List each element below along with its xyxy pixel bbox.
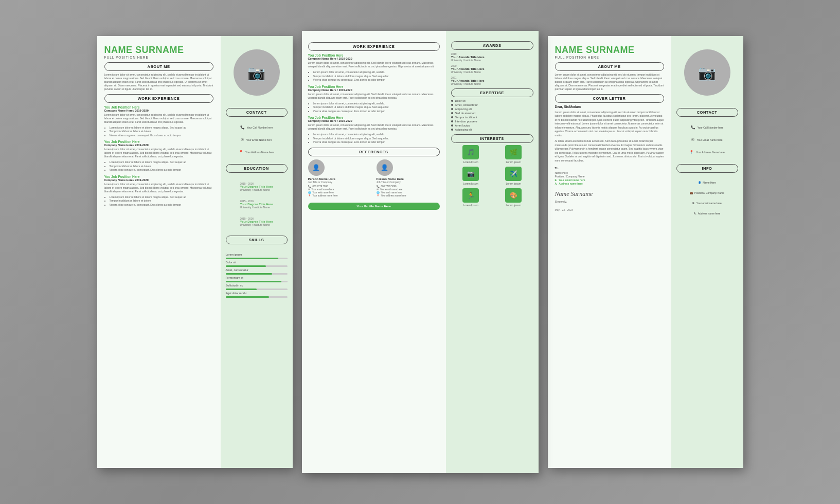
- interest-icon-5: 🏃: [462, 188, 479, 203]
- r2-job1-title: You Job Position Here: [308, 53, 440, 57]
- to-name: Name Here: [555, 171, 664, 174]
- resume3-contact-header: CONTACT: [676, 108, 738, 117]
- resume1-email: ✉ Your Email Name here: [241, 138, 272, 142]
- resume3-position: FULL POSITION HERE: [555, 56, 664, 59]
- bullet-item: Tempor incididunt ut labore et dolore ma…: [313, 105, 440, 110]
- bullet-item: Lorem ipsum dolor ut labore et dolore ma…: [110, 160, 213, 165]
- resume1-job2-bullets: Lorem ipsum dolor ut labore et dolore ma…: [104, 160, 213, 172]
- bullet-item: Tempor incididunt ut labore et dolore: [110, 199, 213, 203]
- expertise-list: Dolor sit Amet, consectetur Adipiscing e…: [451, 99, 533, 131]
- resume1-position: FULL POSITION HERE: [104, 56, 213, 59]
- resume3-left: NAME SURNAME FULL POSITION HERE ABOUT ME…: [548, 36, 671, 468]
- resume1-job1-title: You Job Position Here: [104, 105, 213, 109]
- resume1-job2-company: Company Name Here / 2019-2020: [104, 143, 213, 147]
- resume3-email: ✉ Your Email Name here: [691, 138, 722, 142]
- interest-icon-3: 📷: [462, 167, 479, 181]
- web-icon: 🌐: [377, 191, 380, 194]
- skill-3: Amet, consectetur: [226, 268, 288, 272]
- resume-card-1: NAME SURNAME FULL POSITION HERE ABOUT ME…: [97, 36, 293, 468]
- email-icon: ✉: [377, 188, 379, 191]
- ref2-job: Job Title or Company: [377, 181, 440, 184]
- location-icon: 📍: [689, 150, 694, 154]
- r2-job2-title: You Job Position Here: [308, 85, 440, 88]
- resume1-about-header: ABOUT ME: [104, 62, 213, 71]
- resume1-job1-bullets: Lorem ipsum dolor ut labore et dolore ma…: [104, 126, 213, 138]
- interest-5: 🏃 Lorem Ipsum: [451, 188, 491, 207]
- bullet-item: Tempor incididunt ut labore et dolore ma…: [313, 75, 440, 79]
- interest-4: ✈️ Lorem Ipsum: [494, 167, 533, 185]
- resume3-name: NAME SURNAME: [555, 45, 664, 56]
- ref1-email: ✉ Your email name here: [308, 188, 371, 191]
- bullet-item: Lorem ipsum dolor ut labore et dolore ma…: [110, 126, 213, 130]
- ref-person-1: 👤 Person Name Here Job Title or Company …: [308, 159, 371, 197]
- resume1-contact-header: CONTACT: [226, 108, 288, 117]
- resume2-expertise-header: EXPERTISE: [451, 88, 533, 97]
- award-3: 2021 Your Awards Title Here University /…: [451, 76, 533, 85]
- web-icon: 🌐: [308, 191, 311, 194]
- info-name: 👤 Name Here: [698, 181, 716, 184]
- interest-icon-1: 🎵: [462, 145, 479, 159]
- r2-job2-desc: Lorem ipsum dolor sit amet, consectetur …: [308, 93, 440, 100]
- resume1-edu2: 2015 - 2016 Your Degree Title Here Unive…: [240, 197, 273, 210]
- camera-icon: 📷: [698, 64, 716, 81]
- info-address: A. Address name here: [694, 212, 721, 215]
- ref-person-2: 👤 Person Name Here Job Title or Company …: [377, 159, 440, 197]
- resume3-cover-body2: At tellus ut ulna elementum duis accumsa…: [555, 139, 664, 163]
- email-icon: ✉: [241, 138, 244, 142]
- resume3-about-header: ABOUT ME: [555, 62, 664, 71]
- resume1-right-panel: 📷 CONTACT 📞 Your Call Number here ✉ Your…: [221, 36, 293, 468]
- phone-icon: 📞: [691, 125, 695, 130]
- camera-icon: 📷: [247, 64, 265, 81]
- r2-job3-bullets: Lorem ipsum dolor sit amet, consectetur …: [308, 133, 440, 145]
- resume2-left: WORK EXPERIENCE You Job Position Here Co…: [302, 31, 446, 473]
- resume3-cover-body1: Lorem ipsum dolor sit amet, consectetur …: [555, 111, 664, 138]
- interests-grid: 🎵 Lorem Ipsum 🌿 Lorem Ipsum 📷 Lorem Ipsu…: [451, 145, 533, 207]
- email-icon: ✉: [691, 138, 694, 142]
- resume1-edu1: 2015 - 2016 Your Degree Title Here Unive…: [240, 180, 273, 192]
- ref1-phone: 📞 000 7779 5890: [308, 185, 371, 188]
- ref2-email: ✉ Your email name here: [377, 188, 440, 191]
- ref2-phone: 📞 000 7779 5890: [377, 185, 440, 188]
- r2-job3-desc: Lorem ipsum dolor sit amet, consectetur …: [308, 123, 440, 131]
- phone-icon: 📞: [240, 125, 245, 130]
- skill-6: Eget dolor morbi: [226, 292, 288, 295]
- bullet-item: Lorem ipsum dolor sit amet, consectetur …: [313, 102, 440, 106]
- bullet-item: Viverra vitae congue eu consequat. Eros …: [313, 140, 440, 145]
- resume3-about-text: Lorem ipsum dolor sit amet, consectetur …: [555, 73, 664, 91]
- resume1-address: 📍 Your Address Name here: [239, 150, 274, 154]
- resume1-left-panel: NAME SURNAME FULL POSITION HERE ABOUT ME…: [97, 36, 221, 468]
- email-icon: ✉: [308, 188, 310, 191]
- r2-job3-company: Company Name Here / 2019-2020: [308, 119, 440, 122]
- phone-icon: 📞: [308, 185, 311, 188]
- bullet-item: Viverra vitae congue eu consequat. Eros …: [313, 78, 440, 82]
- profile-button[interactable]: Your Profile Name Here: [308, 203, 440, 210]
- interest-2: 🌿 Lorem Ipsum: [494, 145, 533, 164]
- r2-job3-title: You Job Position Here: [308, 116, 440, 119]
- resume1-job1-company: Company Name Here / 2019-2020: [104, 109, 213, 112]
- resume1-phone: 📞 Your Call Number here: [240, 125, 273, 130]
- to-company: Position / Company Name: [555, 175, 664, 178]
- resume1-job3-desc: Lorem ipsum dolor sit amet, consectetur …: [104, 183, 213, 193]
- resume2-work-header: WORK EXPERIENCE: [308, 42, 440, 51]
- bullet-item: Viverra vitae congue eu consequat. Eros …: [110, 203, 213, 207]
- resume1-work-header: WORK EXPERIENCE: [104, 94, 213, 103]
- award-2: 2020 Your Awards Title Here University /…: [451, 64, 533, 74]
- to-email: E. Your email name here: [555, 178, 664, 182]
- to-address: A. Address name here: [555, 182, 664, 185]
- interest-1: 🎵 Lorem Ipsum: [451, 145, 491, 164]
- bullet-item: Lorem ipsum dolor ut labore et dolore ma…: [110, 195, 213, 200]
- bullet-item: Lorem ipsum dolor sit amet, consectetur …: [313, 70, 440, 75]
- r2-job2-company: Company Name Here / 2019-2020: [308, 88, 440, 92]
- skill-5: Sollicitudin ac: [226, 284, 288, 287]
- resume1-job3-title: You Job Position Here: [104, 175, 213, 178]
- ref1-job: Job Title or Company: [308, 181, 371, 184]
- to-label: To: [555, 167, 664, 170]
- location-icon: 📍: [308, 194, 311, 197]
- interest-icon-4: ✈️: [505, 167, 522, 181]
- resume1-name: NAME SURNAME: [104, 45, 213, 56]
- resume3-sincerely: Sincerely,: [555, 200, 664, 203]
- skill-4: Fermentum et: [226, 276, 288, 279]
- location-icon: 📍: [377, 194, 380, 197]
- r2-job1-bullets: Lorem ipsum dolor sit amet, consectetur …: [308, 70, 440, 82]
- resume1-photo: 📷: [234, 49, 280, 96]
